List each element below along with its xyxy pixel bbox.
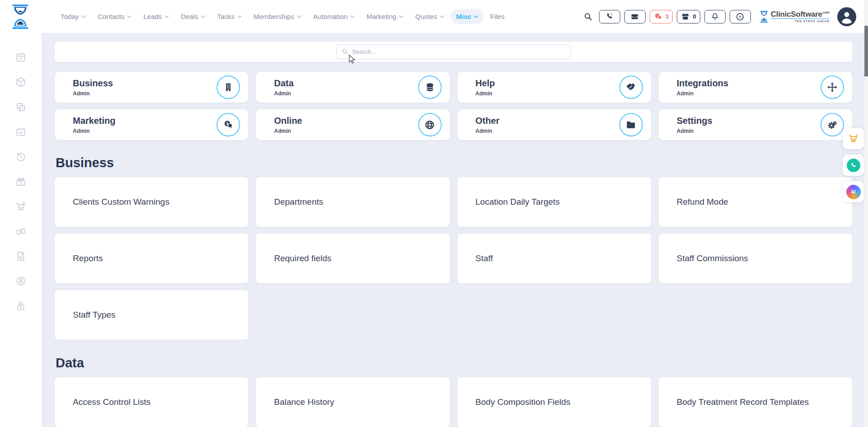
cart-icon[interactable] [15,201,27,212]
nav-item-tasks[interactable]: Tasks [212,9,247,24]
store-icon [681,12,690,21]
support-icon[interactable] [15,275,27,287]
store-button[interactable]: 0 [677,10,700,23]
nav-item-today[interactable]: Today [55,9,91,24]
top-nav: TodayContactsLeadsDealsTasksMembershipsA… [0,0,868,33]
brand-tld: .com [822,11,830,15]
category-subtitle: Admin [73,128,217,134]
nav-item-label: Tasks [217,13,234,20]
nav-item-deals[interactable]: Deals [175,9,211,24]
main-content: Business Admin Data Admin Help Admin Int… [42,33,864,427]
nav-item-label: Misc [456,13,471,20]
svg-text:$: $ [226,122,229,126]
inbox-button[interactable] [624,10,646,23]
ai-assistant-widget[interactable]: AI [843,181,864,202]
category-card-online[interactable]: Online Admin [256,109,449,140]
item-card-body-composition-fields[interactable]: Body Composition Fields [458,377,651,427]
item-card-label: Access Control Lists [73,397,151,407]
nav-item-marketing[interactable]: Marketing [361,9,409,24]
chat-button[interactable]: 3 [650,10,673,23]
item-card-label: Staff Commissions [677,253,748,263]
chevron-down-icon [474,15,478,18]
chevron-down-icon [297,15,302,18]
folder-icon [619,113,643,136]
database-icon [418,75,442,99]
phone-call-button[interactable] [599,10,620,23]
item-card-balance-history[interactable]: Balance History [256,377,449,427]
scrollbar-thumb[interactable] [864,26,868,76]
nav-item-memberships[interactable]: Memberships [248,9,307,24]
calendar-icon[interactable]: 12 [15,52,27,63]
nav-item-automation[interactable]: Automation [308,9,360,24]
category-subtitle: Admin [476,90,619,97]
item-card-reports[interactable]: Reports [55,234,248,283]
user-avatar[interactable] [837,7,856,26]
building-icon [217,75,240,99]
item-card-clients-custom-warnings[interactable]: Clients Custom Warnings [55,177,248,227]
item-card-location-daily-targets[interactable]: Location Daily Targets [458,177,651,227]
sections-container: BusinessClients Custom WarningsDepartmen… [55,155,852,427]
item-card-staff[interactable]: Staff [458,234,651,283]
item-card-label: Location Daily Targets [476,197,560,207]
item-card-required-fields[interactable]: Required fields [256,234,449,283]
search-icon[interactable] [584,12,593,21]
report-icon[interactable] [15,250,27,262]
nav-right: 30? ClinicSoftware.com TEN STEPS AHEAD [584,7,856,26]
brand-name: ClinicSoftware.com [771,10,830,18]
bookings-icon[interactable] [15,126,27,138]
search-box[interactable] [336,44,571,59]
chevron-down-icon [201,15,205,18]
nav-item-misc[interactable]: Misc [451,9,484,24]
category-card-settings[interactable]: Settings Admin [659,109,852,140]
nav-item-label: Files [490,13,505,20]
svg-text:?: ? [739,14,741,19]
package-icon[interactable] [15,76,27,88]
category-subtitle: Admin [677,90,821,97]
gift-icon[interactable] [15,176,27,188]
help-button[interactable]: ? [730,10,751,23]
bell-button[interactable] [704,10,726,23]
chevron-down-icon [440,15,444,18]
phone-teal-widget[interactable] [843,155,864,176]
item-card-label: Reports [73,253,103,263]
nav-item-leads[interactable]: Leads [138,9,175,24]
bell-icon [711,12,719,21]
pages-icon[interactable] [15,101,27,113]
category-subtitle: Admin [274,90,418,97]
voucher-icon[interactable] [15,225,27,237]
category-card-business[interactable]: Business Admin [55,72,248,103]
item-card-staff-types[interactable]: Staff Types [55,290,248,340]
category-title: Online [274,116,418,126]
category-subtitle: Admin [677,128,821,134]
history-icon[interactable] [15,151,27,163]
item-card-label: Body Composition Fields [476,397,571,407]
item-card-refund-mode[interactable]: Refund Mode [659,177,852,227]
section-heading-business: Business [56,155,852,170]
category-card-data[interactable]: Data Admin [256,72,449,103]
clinicsoftware-logo[interactable]: ClinicSoftware.com TEN STEPS AHEAD [760,10,830,23]
nav-item-contacts[interactable]: Contacts [92,9,137,24]
section-grid-business: Clients Custom WarningsDepartmentsLocati… [55,177,852,340]
nav-item-quotes[interactable]: Quotes [410,9,450,24]
category-card-other[interactable]: Other Admin [458,109,651,140]
category-card-help[interactable]: Help Admin [458,72,651,103]
lock-icon[interactable] [15,300,27,312]
item-card-access-control-lists[interactable]: Access Control Lists [55,377,248,427]
item-card-label: Balance History [274,397,334,407]
item-card-staff-commissions[interactable]: Staff Commissions [659,234,852,283]
category-card-marketing[interactable]: Marketing Admin $ [55,109,248,140]
nav-item-label: Leads [143,13,162,20]
nav-item-files[interactable]: Files [485,9,510,24]
item-card-body-treatment-record-templates[interactable]: Body Treatment Record Templates [659,377,852,427]
main-menu: TodayContactsLeadsDealsTasksMembershipsA… [55,9,510,24]
search-input[interactable] [352,48,566,55]
chat-badge: 3 [665,13,669,20]
cart-orange-widget[interactable] [843,128,864,149]
item-card-departments[interactable]: Departments [256,177,449,227]
category-card-integrations[interactable]: Integrations Admin [659,72,852,103]
app-logo-hourglass-icon[interactable] [11,5,30,29]
chevron-down-icon [127,15,132,18]
chevron-down-icon [237,15,242,18]
gears-icon [821,113,844,136]
page-scrollbar[interactable] [864,0,868,427]
